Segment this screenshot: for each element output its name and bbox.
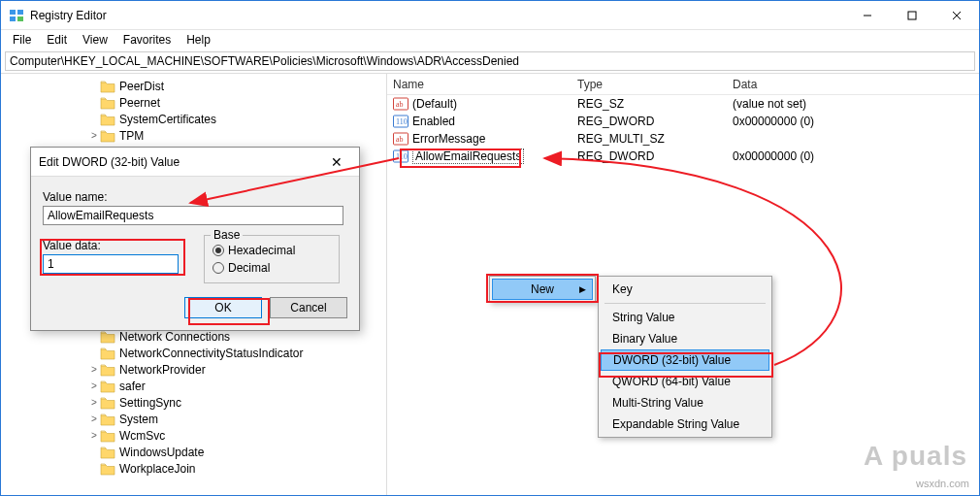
folder-icon	[100, 96, 115, 110]
menu-edit[interactable]: Edit	[39, 31, 75, 49]
expand-icon[interactable]: >	[88, 130, 100, 141]
expand-icon[interactable]: >	[88, 413, 100, 424]
value-name: ErrorMessage	[412, 132, 485, 146]
col-data[interactable]: Data	[727, 78, 979, 91]
value-data: 0x00000000 (0)	[727, 149, 979, 163]
tree-label: WcmSvc	[119, 429, 165, 443]
tree-item[interactable]: >System	[1, 411, 386, 427]
list-row[interactable]: abErrorMessageREG_MULTI_SZ	[387, 130, 979, 148]
value-name: AllowEmailRequests	[412, 149, 524, 163]
value-type: REG_MULTI_SZ	[572, 132, 727, 146]
tree-item[interactable]: NetworkConnectivityStatusIndicator	[1, 345, 386, 361]
tree-item[interactable]: >safer	[1, 378, 386, 394]
value-type: REG_DWORD	[572, 149, 727, 163]
svg-rect-5	[908, 12, 916, 19]
value-icon: 110	[393, 115, 408, 128]
tree-label: safer	[119, 380, 146, 393]
tree-label: SystemCertificates	[119, 113, 216, 126]
value-data-input[interactable]	[43, 254, 179, 274]
list-header: Name Type Data	[387, 74, 979, 95]
radio-dec[interactable]: Decimal	[212, 261, 331, 275]
value-name-label: Value name:	[43, 190, 347, 204]
folder-icon	[100, 363, 115, 377]
tree-item[interactable]: >WcmSvc	[1, 427, 386, 444]
list-row[interactable]: ab(Default)REG_SZ(value not set)	[387, 95, 979, 113]
folder-icon	[100, 396, 115, 410]
tree-item[interactable]: >TPM	[1, 127, 386, 144]
folder-icon	[100, 462, 115, 476]
svg-text:ab: ab	[396, 135, 404, 144]
menu-view[interactable]: View	[75, 31, 115, 49]
dialog-title: Edit DWORD (32-bit) Value	[39, 155, 180, 169]
menu-favorites[interactable]: Favorites	[115, 31, 179, 49]
ctx-string[interactable]: String Value	[601, 307, 769, 328]
ctx-qword64[interactable]: QWORD (64-bit) Value	[601, 371, 769, 392]
tree-label: WorkplaceJoin	[119, 462, 195, 476]
value-name: (Default)	[412, 97, 457, 111]
tree-item[interactable]: Peernet	[1, 94, 386, 111]
expand-icon[interactable]: >	[88, 430, 100, 441]
ctx-new[interactable]: New ▶	[492, 279, 593, 300]
base-fieldset: Base Hexadecimal Decimal	[204, 235, 340, 283]
value-data: 0x00000000 (0)	[727, 115, 979, 128]
tree-item[interactable]: WorkplaceJoin	[1, 460, 386, 477]
submenu-arrow-icon: ▶	[579, 284, 586, 294]
tree-label: WindowsUpdate	[119, 446, 204, 459]
title-bar: Registry Editor	[1, 1, 979, 30]
tree-item[interactable]: PeerDist	[1, 78, 386, 94]
dialog-close-button[interactable]: ✕	[322, 154, 351, 170]
watermark-brand: A puals	[864, 441, 967, 472]
tree-item[interactable]: >SettingSync	[1, 394, 386, 411]
value-type: REG_SZ	[572, 97, 727, 111]
folder-icon	[100, 446, 115, 459]
svg-text:110: 110	[396, 117, 408, 126]
value-name-input[interactable]	[43, 206, 343, 225]
tree-item[interactable]: SystemCertificates	[1, 111, 386, 127]
value-type: REG_DWORD	[572, 115, 727, 128]
menu-help[interactable]: Help	[179, 31, 218, 49]
close-button[interactable]	[934, 1, 979, 30]
ctx-dword32[interactable]: DWORD (32-bit) Value	[601, 349, 769, 371]
folder-icon	[100, 347, 115, 360]
ctx-multistring[interactable]: Multi-String Value	[601, 392, 769, 413]
edit-dword-dialog: Edit DWORD (32-bit) Value ✕ Value name: …	[30, 147, 360, 331]
ctx-key[interactable]: Key	[601, 279, 769, 300]
tree-label: TPM	[119, 129, 144, 143]
col-type[interactable]: Type	[572, 78, 727, 91]
tree-item[interactable]: >NetworkProvider	[1, 361, 386, 378]
menu-file[interactable]: File	[5, 31, 39, 49]
expand-icon[interactable]: >	[88, 364, 100, 375]
folder-icon	[100, 380, 115, 393]
col-name[interactable]: Name	[387, 78, 572, 91]
menu-bar: File Edit View Favorites Help	[1, 30, 979, 50]
value-data-label: Value data:	[43, 239, 198, 252]
value-icon: 110	[393, 149, 408, 163]
folder-icon	[100, 413, 115, 426]
address-bar[interactable]: Computer\HKEY_LOCAL_MACHINE\SOFTWARE\Pol…	[5, 51, 975, 71]
folder-icon	[100, 330, 115, 344]
context-submenu-new: Key String Value Binary Value DWORD (32-…	[598, 276, 772, 438]
tree-label: NetworkConnectivityStatusIndicator	[119, 347, 303, 360]
list-row[interactable]: 110AllowEmailRequestsREG_DWORD0x00000000…	[387, 148, 979, 165]
value-icon: ab	[393, 97, 408, 111]
tree-label: PeerDist	[119, 80, 164, 93]
tree-item[interactable]: WindowsUpdate	[1, 444, 386, 460]
regedit-icon	[9, 8, 24, 23]
ctx-binary[interactable]: Binary Value	[601, 328, 769, 349]
ok-button[interactable]: OK	[184, 297, 262, 318]
ctx-expandstring[interactable]: Expandable String Value	[601, 413, 769, 435]
minimize-button[interactable]	[845, 1, 890, 30]
expand-icon[interactable]: >	[88, 397, 100, 408]
cancel-button[interactable]: Cancel	[270, 297, 347, 318]
watermark-site: wsxdn.com	[916, 478, 969, 489]
tree-label: System	[119, 413, 158, 426]
radio-hex[interactable]: Hexadecimal	[212, 244, 331, 257]
folder-icon	[100, 113, 115, 126]
expand-icon[interactable]: >	[88, 380, 100, 391]
maximize-button[interactable]	[890, 1, 934, 30]
value-data: (value not set)	[727, 97, 979, 111]
svg-text:ab: ab	[396, 100, 404, 109]
svg-rect-1	[17, 10, 23, 15]
folder-icon	[100, 80, 115, 93]
list-row[interactable]: 110EnabledREG_DWORD0x00000000 (0)	[387, 113, 979, 130]
